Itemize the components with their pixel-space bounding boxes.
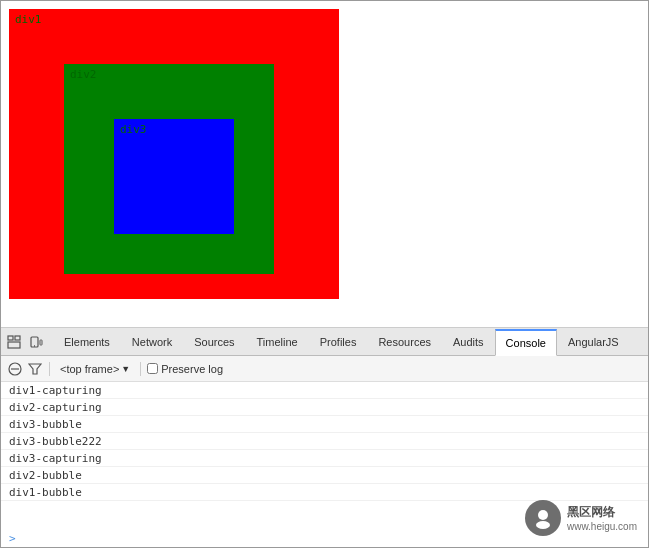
preserve-log-label: Preserve log — [161, 363, 223, 375]
div3-label: div3 — [120, 123, 147, 136]
watermark-logo — [525, 500, 561, 536]
console-line: div3-bubble — [1, 416, 648, 433]
tab-network[interactable]: Network — [121, 328, 183, 355]
console-line: div1-bubble — [1, 484, 648, 501]
console-toolbar: <top frame> ▼ Preserve log — [1, 356, 648, 382]
tab-angularjs[interactable]: AngularJS — [557, 328, 630, 355]
tab-sources[interactable]: Sources — [183, 328, 245, 355]
div1-box: div1 div2 div3 — [9, 9, 339, 299]
tab-elements[interactable]: Elements — [53, 328, 121, 355]
clear-console-icon[interactable] — [7, 361, 23, 377]
preserve-log-container: Preserve log — [147, 363, 223, 375]
prompt-arrow: > — [9, 532, 16, 545]
div3-box: div3 — [114, 119, 234, 234]
svg-rect-0 — [8, 336, 13, 340]
div1-label: div1 — [15, 13, 42, 26]
frame-selector[interactable]: <top frame> ▼ — [56, 361, 134, 377]
inspect-icon[interactable] — [5, 333, 23, 351]
main-content: div1 div2 div3 — [1, 1, 648, 327]
watermark-url: www.heigu.com — [567, 521, 637, 532]
tab-profiles[interactable]: Profiles — [309, 328, 368, 355]
svg-rect-2 — [15, 336, 20, 340]
watermark: 黑区网络 www.heigu.com — [525, 500, 637, 536]
tab-icons — [5, 333, 45, 351]
frame-dropdown-icon: ▼ — [121, 364, 130, 374]
filter-icon[interactable] — [27, 361, 43, 377]
svg-point-9 — [538, 510, 548, 520]
svg-rect-4 — [40, 340, 42, 345]
svg-point-10 — [536, 521, 550, 529]
console-line: div3-bubble222 — [1, 433, 648, 450]
tab-bar: Elements Network Sources Timeline Profil… — [1, 328, 648, 356]
console-line: div1-capturing — [1, 382, 648, 399]
console-line: div2-capturing — [1, 399, 648, 416]
div2-box: div2 div3 — [64, 64, 274, 274]
tab-console[interactable]: Console — [495, 329, 557, 356]
watermark-info: 黑区网络 www.heigu.com — [567, 504, 637, 532]
frame-label: <top frame> — [60, 363, 119, 375]
toolbar-divider — [49, 362, 50, 376]
watermark-site: 黑区网络 — [567, 504, 637, 521]
device-icon[interactable] — [27, 333, 45, 351]
div2-label: div2 — [70, 68, 97, 81]
console-line: div2-bubble — [1, 467, 648, 484]
tab-audits[interactable]: Audits — [442, 328, 495, 355]
tab-resources[interactable]: Resources — [367, 328, 442, 355]
svg-rect-1 — [8, 342, 20, 348]
toolbar-divider2 — [140, 362, 141, 376]
preserve-log-checkbox[interactable] — [147, 363, 158, 374]
svg-marker-8 — [29, 364, 41, 374]
tab-timeline[interactable]: Timeline — [246, 328, 309, 355]
console-line: div3-capturing — [1, 450, 648, 467]
